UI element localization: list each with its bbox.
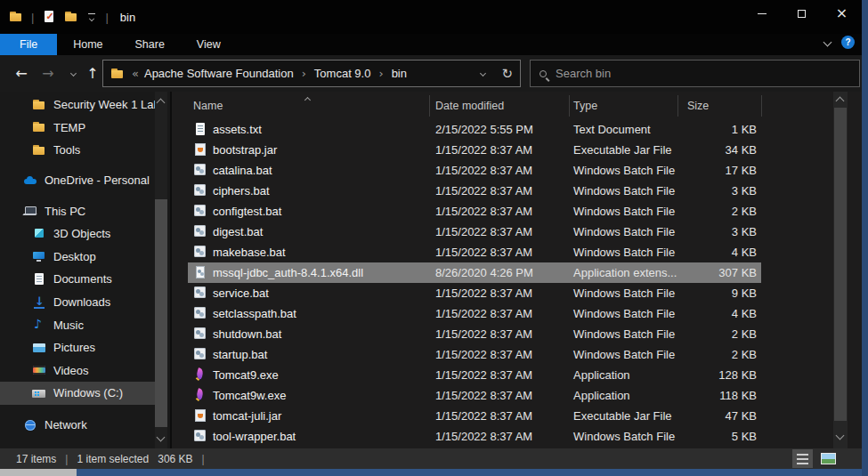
file-type: Windows Batch File bbox=[573, 344, 675, 365]
sidebar-item-documents[interactable]: Documents bbox=[0, 268, 157, 291]
tab-file[interactable]: File bbox=[0, 34, 57, 55]
table-row[interactable]: service.bat1/15/2022 8:37 AMWindows Batc… bbox=[174, 283, 848, 303]
file-type: Windows Batch File bbox=[573, 222, 675, 242]
batch-file-icon bbox=[193, 245, 207, 259]
scroll-down-icon[interactable] bbox=[836, 432, 845, 440]
column-header-name[interactable]: Name bbox=[193, 100, 223, 112]
table-row[interactable]: configtest.bat1/15/2022 8:37 AMWindows B… bbox=[174, 201, 848, 222]
tab-home[interactable]: Home bbox=[57, 34, 118, 55]
breadcrumb-item[interactable]: Tomcat 9.0 bbox=[312, 67, 373, 80]
file-date-modified: 1/15/2022 8:37 AM bbox=[435, 324, 532, 344]
sidebar-item-tools[interactable]: Tools bbox=[0, 139, 157, 162]
search-box[interactable] bbox=[530, 60, 860, 87]
file-list-scrollbar[interactable] bbox=[833, 92, 848, 448]
sidebar-scrollbar[interactable] bbox=[155, 92, 167, 448]
sidebar-item-videos[interactable]: Videos bbox=[0, 359, 157, 383]
table-row[interactable]: tool-wrapper.bat1/15/2022 8:37 AMWindows… bbox=[174, 426, 848, 447]
picture-icon bbox=[32, 341, 46, 355]
file-type: Windows Batch File bbox=[573, 160, 675, 181]
file-name: startup.bat bbox=[213, 344, 267, 365]
file-type: Windows Batch File bbox=[573, 242, 675, 262]
table-row[interactable]: shutdown.bat1/15/2022 8:37 AMWindows Bat… bbox=[174, 324, 848, 344]
file-size: 128 KB bbox=[668, 365, 757, 385]
close-button[interactable]: × bbox=[822, 0, 862, 27]
column-divider[interactable] bbox=[429, 95, 430, 117]
table-row[interactable]: tomcat-juli.jar1/15/2022 8:37 AMExecutab… bbox=[174, 406, 848, 426]
table-row[interactable]: digest.bat1/15/2022 8:37 AMWindows Batch… bbox=[174, 222, 848, 242]
details-view-button[interactable] bbox=[792, 449, 813, 468]
file-type: Application extens... bbox=[573, 262, 677, 283]
qat-new-folder-icon[interactable] bbox=[64, 10, 78, 24]
sidebar-item-desktop[interactable]: Desktop bbox=[0, 246, 157, 269]
sidebar-item-network[interactable]: Network bbox=[0, 414, 157, 437]
ribbon-collapse-icon[interactable] bbox=[823, 38, 832, 47]
column-divider[interactable] bbox=[569, 95, 570, 117]
sidebar-item-pictures[interactable]: Pictures bbox=[0, 336, 157, 359]
window-title: bin bbox=[120, 11, 135, 24]
screen: | | bin × FileHomeShareView ? ← → ↑ bbox=[0, 0, 868, 476]
table-row[interactable]: startup.bat1/15/2022 8:37 AMWindows Batc… bbox=[174, 344, 848, 365]
sidebar-item-temp[interactable]: TEMP bbox=[0, 117, 157, 140]
column-divider[interactable] bbox=[677, 95, 678, 117]
address-dropdown-icon[interactable] bbox=[480, 70, 486, 77]
scroll-up-icon[interactable] bbox=[836, 97, 845, 106]
sidebar-item-music[interactable]: Music bbox=[0, 313, 157, 336]
breadcrumb-separator-icon: › bbox=[296, 67, 312, 80]
column-divider[interactable] bbox=[761, 95, 762, 117]
tab-view[interactable]: View bbox=[181, 34, 237, 55]
sidebar-item-3d-objects[interactable]: 3D Objects bbox=[0, 222, 157, 246]
table-row[interactable]: mssql-jdbc_auth-8.4.1.x64.dll8/26/2020 4… bbox=[174, 262, 848, 283]
scroll-down-icon[interactable] bbox=[157, 433, 166, 442]
maximize-icon bbox=[798, 10, 806, 18]
file-type: Windows Batch File bbox=[573, 303, 675, 324]
table-row[interactable]: catalina.bat1/15/2022 8:37 AMWindows Bat… bbox=[174, 160, 848, 181]
table-row[interactable]: Tomcat9.exe1/15/2022 8:37 AMApplication1… bbox=[174, 365, 848, 385]
table-row[interactable]: setclasspath.bat1/15/2022 8:37 AMWindows… bbox=[174, 303, 848, 324]
minimize-button[interactable] bbox=[742, 0, 782, 27]
file-date-modified: 1/15/2022 8:37 AM bbox=[435, 426, 532, 447]
tab-share[interactable]: Share bbox=[119, 34, 181, 55]
sidebar-item-onedrive-personal[interactable]: OneDrive - Personal bbox=[0, 169, 157, 192]
feather-exe-icon bbox=[193, 388, 207, 402]
sidebar-item-label: Videos bbox=[53, 364, 89, 377]
file-date-modified: 1/15/2022 8:37 AM bbox=[435, 303, 532, 324]
back-button[interactable]: ← bbox=[10, 55, 33, 92]
desktop-edge-bottom bbox=[0, 469, 77, 476]
file-size: 4 KB bbox=[668, 303, 757, 324]
column-header-date-modified[interactable]: Date modified bbox=[435, 100, 504, 112]
file-list-scrollbar-thumb[interactable] bbox=[834, 108, 847, 421]
sidebar-item-windows-c[interactable]: Windows (C:) bbox=[0, 382, 157, 405]
help-icon[interactable]: ? bbox=[841, 36, 855, 49]
column-header-size[interactable]: Size bbox=[687, 100, 709, 112]
qat-properties-icon[interactable] bbox=[42, 10, 56, 24]
table-row[interactable]: Tomcat9w.exe1/15/2022 8:37 AMApplication… bbox=[174, 385, 848, 406]
table-row[interactable]: makebase.bat1/15/2022 8:37 AMWindows Bat… bbox=[174, 242, 848, 262]
file-size: 5 KB bbox=[668, 426, 757, 447]
file-type: Windows Batch File bbox=[573, 181, 675, 201]
table-row[interactable]: ciphers.bat1/15/2022 8:37 AMWindows Batc… bbox=[174, 181, 848, 201]
search-input[interactable] bbox=[556, 67, 850, 80]
drive-icon bbox=[32, 386, 46, 400]
file-type: Windows Batch File bbox=[573, 283, 675, 303]
table-row[interactable]: bootstrap.jar1/15/2022 8:37 AMExecutable… bbox=[174, 140, 848, 160]
maximize-button[interactable] bbox=[782, 0, 822, 27]
sidebar-item-security-week-1-lab[interactable]: Security Week 1 Lab bbox=[0, 93, 157, 117]
file-name: tomcat-juli.jar bbox=[213, 406, 281, 426]
sidebar-scrollbar-thumb[interactable] bbox=[155, 199, 167, 427]
table-row[interactable]: assets.txt2/15/2022 5:55 PMText Document… bbox=[174, 119, 848, 140]
sidebar-item-downloads[interactable]: Downloads bbox=[0, 291, 157, 314]
thumbnail-view-button[interactable] bbox=[818, 449, 839, 468]
scroll-up-icon[interactable] bbox=[157, 99, 166, 108]
qat-customize-dropdown-icon[interactable] bbox=[86, 12, 97, 22]
forward-button[interactable]: → bbox=[37, 55, 60, 92]
column-header-type[interactable]: Type bbox=[573, 100, 597, 112]
breadcrumb-item[interactable]: bin bbox=[390, 67, 409, 80]
sidebar-item-this-pc[interactable]: This PC bbox=[0, 199, 157, 222]
up-button[interactable]: ↑ bbox=[81, 55, 104, 92]
address-bar[interactable]: « Apache Software Foundation›Tomcat 9.0›… bbox=[102, 60, 521, 87]
refresh-icon[interactable]: ↻ bbox=[501, 66, 513, 82]
jar-file-icon bbox=[193, 142, 207, 157]
breadcrumb-item[interactable]: Apache Software Foundation bbox=[142, 67, 296, 80]
file-size: 17 KB bbox=[668, 160, 757, 181]
navigation-toolbar: ← → ↑ « Apache Software Foundation›Tomca… bbox=[0, 55, 862, 92]
